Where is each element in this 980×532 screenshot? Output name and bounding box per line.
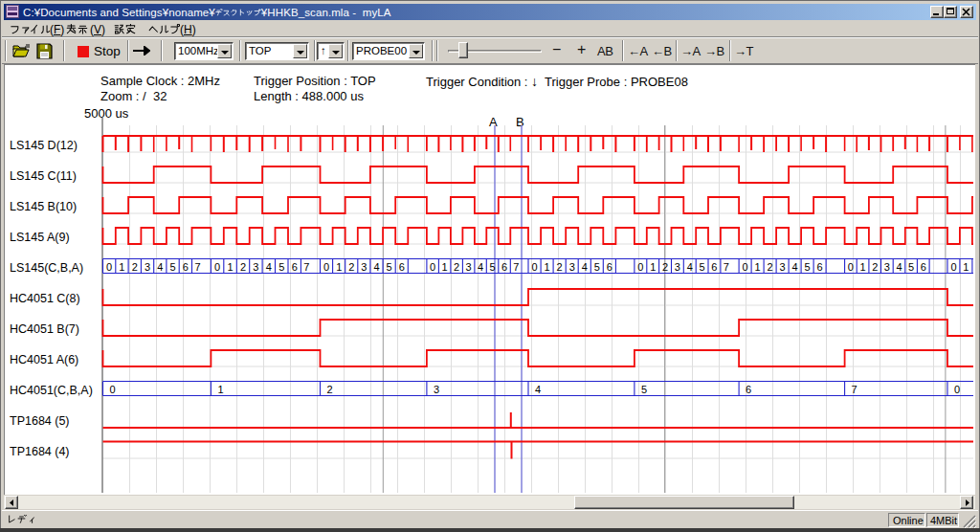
svg-text:5: 5 (805, 261, 811, 273)
svg-text:4: 4 (373, 261, 379, 273)
svg-text:1: 1 (860, 261, 866, 273)
svg-text:3: 3 (569, 261, 575, 273)
svg-text:7: 7 (303, 261, 309, 273)
svg-text:0: 0 (954, 384, 960, 395)
svg-text:1: 1 (442, 261, 448, 273)
svg-text:0: 0 (848, 261, 854, 273)
svg-text:3: 3 (434, 384, 439, 395)
svg-text:3: 3 (361, 261, 367, 273)
svg-text:1: 1 (217, 384, 223, 395)
svg-text:2: 2 (327, 384, 333, 395)
svg-text:3: 3 (780, 261, 786, 273)
svg-text:4: 4 (896, 261, 902, 273)
svg-text:2: 2 (240, 261, 246, 273)
svg-text:0: 0 (637, 261, 643, 273)
svg-text:1: 1 (336, 261, 342, 273)
svg-text:7: 7 (194, 261, 200, 273)
svg-text:7: 7 (513, 261, 519, 273)
svg-text:6: 6 (607, 261, 612, 273)
svg-text:2: 2 (454, 261, 459, 273)
svg-text:1: 1 (545, 261, 550, 273)
svg-text:1: 1 (227, 261, 233, 273)
svg-text:3: 3 (884, 261, 890, 273)
svg-text:6: 6 (711, 261, 717, 273)
svg-text:2: 2 (768, 261, 773, 273)
svg-text:0: 0 (743, 261, 748, 273)
svg-text:6: 6 (921, 261, 926, 273)
svg-text:7: 7 (852, 384, 858, 395)
svg-text:5: 5 (641, 384, 647, 395)
svg-text:5: 5 (700, 261, 705, 273)
svg-text:3: 3 (253, 261, 258, 273)
svg-text:5: 5 (387, 261, 392, 273)
svg-text:6: 6 (501, 261, 507, 273)
svg-text:0: 0 (110, 384, 116, 395)
svg-text:5: 5 (278, 261, 284, 273)
svg-text:5: 5 (594, 261, 600, 273)
svg-text:7: 7 (724, 261, 729, 273)
svg-text:1: 1 (650, 261, 656, 273)
svg-text:4: 4 (157, 261, 163, 273)
svg-text:6: 6 (817, 261, 823, 273)
svg-text:0: 0 (323, 261, 329, 273)
svg-text:6: 6 (183, 261, 189, 273)
svg-text:2: 2 (132, 261, 138, 273)
svg-text:1: 1 (963, 261, 969, 273)
svg-text:0: 0 (531, 261, 537, 273)
svg-text:4: 4 (687, 261, 693, 273)
svg-text:4: 4 (266, 261, 272, 273)
svg-text:6: 6 (746, 384, 751, 395)
svg-text:2: 2 (662, 261, 668, 273)
svg-text:0: 0 (430, 261, 435, 273)
svg-text:2: 2 (557, 261, 563, 273)
svg-text:4: 4 (535, 384, 541, 395)
svg-text:2: 2 (872, 261, 878, 273)
svg-text:0: 0 (950, 261, 956, 273)
svg-text:5: 5 (908, 261, 914, 273)
svg-text:3: 3 (145, 261, 150, 273)
svg-text:3: 3 (675, 261, 680, 273)
svg-text:3: 3 (466, 261, 472, 273)
svg-text:4: 4 (792, 261, 798, 273)
svg-text:0: 0 (106, 261, 112, 273)
svg-text:5: 5 (170, 261, 176, 273)
svg-text:4: 4 (478, 261, 483, 273)
svg-text:0: 0 (214, 261, 220, 273)
svg-text:6: 6 (399, 261, 405, 273)
svg-text:2: 2 (348, 261, 354, 273)
svg-text:4: 4 (582, 261, 588, 273)
svg-text:1: 1 (119, 261, 124, 273)
svg-text:5: 5 (490, 261, 496, 273)
svg-text:1: 1 (755, 261, 761, 273)
svg-text:6: 6 (292, 261, 298, 273)
